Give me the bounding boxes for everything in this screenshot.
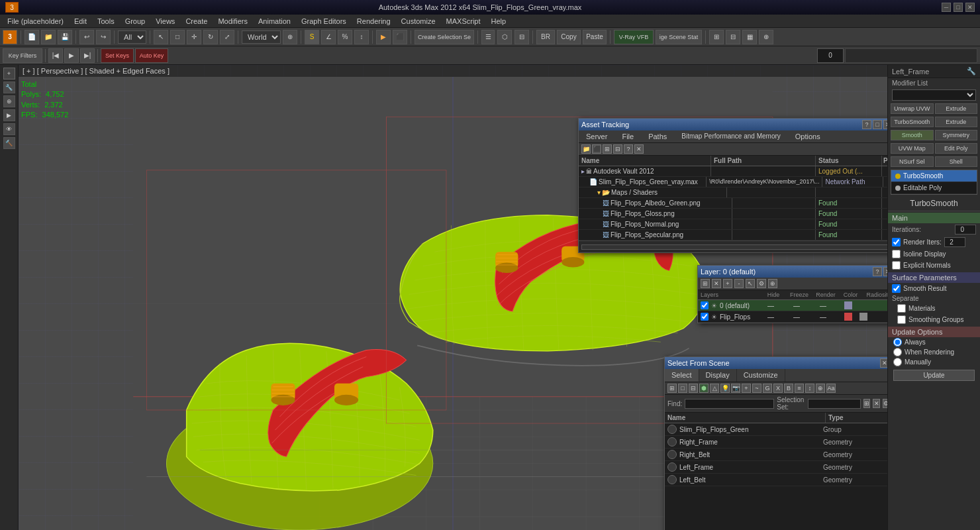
list-item[interactable]: Right_Belt Geometry — [665, 449, 887, 461]
sfs-group-btn[interactable]: G — [763, 384, 772, 393]
nsurfsel-btn[interactable]: NSurf Sel — [891, 156, 934, 167]
maximize-button[interactable]: □ — [954, 3, 963, 12]
layer-merge-btn[interactable]: ⊕ — [768, 279, 777, 288]
move-btn[interactable]: ✛ — [187, 30, 201, 44]
sfs-search-btn[interactable]: ⊞ — [863, 399, 870, 408]
sfs-camera-btn[interactable]: 📷 — [731, 384, 740, 393]
menu-graph-editors[interactable]: Graph Editors — [297, 17, 351, 26]
sfs-case-btn[interactable]: Aa — [826, 384, 836, 393]
sfs-light-btn[interactable]: 💡 — [720, 384, 730, 393]
layers-help[interactable]: ? — [873, 267, 882, 276]
isoline-checkbox[interactable] — [892, 250, 901, 258]
angle-snap-btn[interactable]: ∠ — [321, 30, 336, 44]
sfs-invert-btn[interactable]: ⊟ — [689, 384, 698, 393]
asset-tracking-maximize[interactable]: □ — [873, 120, 882, 129]
unwrap-uvw-btn[interactable]: Unwrap UVW — [891, 103, 934, 114]
toolbar-btn-r2[interactable]: ⊟ — [726, 30, 740, 44]
select-region-btn[interactable]: □ — [170, 30, 185, 44]
toolbar-btn-r3[interactable]: ▦ — [742, 30, 757, 44]
table-row[interactable]: 🖼 Flip_Flops_Albedo_Green.png Found — [579, 198, 887, 209]
sfs-filter-btn[interactable]: ⊕ — [816, 384, 825, 393]
play-btn[interactable]: ▶ — [64, 48, 79, 63]
tab-display[interactable]: Display — [699, 369, 737, 382]
table-row[interactable]: ▾ 📂 Maps / Shaders — [579, 187, 887, 198]
render-btn[interactable]: ▶ — [376, 30, 391, 44]
turbosmoothmod-btn[interactable]: TurboSmooth — [891, 117, 934, 127]
menu-views[interactable]: Views — [151, 17, 179, 26]
iterations-input[interactable] — [955, 225, 976, 235]
stack-item-editablepoly[interactable]: Editable Poly — [891, 182, 977, 194]
pivot-btn[interactable]: ⊕ — [283, 30, 297, 44]
list-item[interactable]: Slim_Flip_Flops_Green Group — [665, 423, 887, 436]
stack-item-turbosmoothmod[interactable]: TurboSmooth — [891, 170, 977, 182]
hierarchy-panel-icon[interactable]: ⊕ — [3, 95, 15, 107]
update-button[interactable]: Update — [893, 370, 975, 381]
sfs-geo-btn[interactable]: ⬢ — [699, 384, 709, 393]
layer-create-btn[interactable]: ⊞ — [701, 279, 710, 288]
asset-tracking-titlebar[interactable]: Asset Tracking ? □ ✕ — [579, 119, 887, 131]
list-item[interactable]: ☀ 0 (default) — — — — [698, 300, 887, 311]
at-btn-2[interactable]: ⬛ — [592, 144, 601, 154]
menu-create[interactable]: Create — [181, 17, 212, 26]
list-item[interactable]: ☀ Flip_Flops — — — — [698, 311, 887, 323]
set-keys-btn[interactable]: Set Keys — [101, 48, 134, 63]
layer-remove-obj-btn[interactable]: - — [734, 279, 744, 288]
open-btn[interactable]: 📁 — [41, 30, 56, 44]
layer-add-obj-btn[interactable]: + — [723, 279, 732, 288]
toolbar-btn-r4[interactable]: ⊕ — [759, 30, 773, 44]
list-item[interactable]: Right_Frame Geometry — [665, 436, 887, 449]
mirror-btn[interactable]: ⬡ — [497, 30, 512, 44]
timeline-btn[interactable] — [845, 48, 977, 63]
menu-tools[interactable]: Tools — [93, 17, 119, 26]
at-menu-server[interactable]: Server — [581, 132, 612, 141]
vray-vfb-btn[interactable]: V-Ray VFB — [614, 30, 654, 44]
snap-toggle-btn[interactable]: S — [305, 30, 319, 44]
spinner-snap-btn[interactable]: ↕ — [354, 30, 369, 44]
selection-set-input[interactable] — [808, 399, 861, 409]
sfs-sort-btn[interactable]: ↕ — [805, 384, 814, 393]
paste-btn[interactable]: Paste — [583, 30, 607, 44]
select-scene-close[interactable]: ✕ — [880, 358, 887, 368]
new-btn[interactable]: 📄 — [24, 30, 39, 44]
menu-group[interactable]: Group — [121, 17, 150, 26]
sfs-helper-btn[interactable]: + — [742, 384, 751, 393]
at-btn-4[interactable]: ⊟ — [613, 144, 622, 154]
copy-btn[interactable]: Copy — [557, 30, 581, 44]
tab-select[interactable]: Select — [665, 369, 699, 382]
motion-panel-icon[interactable]: ▶ — [3, 109, 15, 121]
layers-titlebar[interactable]: Layer: 0 (default) ? ✕ — [698, 266, 887, 278]
modify-panel-icon[interactable]: 🔧 — [3, 81, 15, 93]
align-btn[interactable]: ⊟ — [514, 30, 529, 44]
sfs-options-btn[interactable]: ⚙ — [883, 399, 887, 408]
asset-tracking-minimize[interactable]: ? — [862, 120, 871, 129]
manually-radio[interactable] — [893, 358, 902, 366]
select-scene-titlebar[interactable]: Select From Scene ✕ — [665, 357, 887, 369]
list-item[interactable]: Left_Belt Geometry — [665, 474, 887, 486]
smoothing-groups-checkbox[interactable] — [897, 315, 906, 324]
viewport-layout-btn[interactable]: ⊞ — [709, 30, 724, 44]
time-next-btn[interactable]: ▶| — [80, 48, 95, 63]
at-menu-bitmap[interactable]: Bitmap Performance and Memory — [677, 132, 785, 141]
menu-help[interactable]: Help — [487, 17, 511, 26]
sfs-list-view-btn[interactable]: ≡ — [795, 384, 804, 393]
when-rendering-radio[interactable] — [893, 348, 902, 356]
table-row[interactable]: ▸ 🏛 Autodesk Vault 2012 Logged Out (... — [579, 166, 887, 177]
sfs-all-btn[interactable]: ⊞ — [667, 384, 677, 393]
layer-visibility-checkbox[interactable] — [701, 313, 709, 321]
app-logo-btn[interactable]: 3 — [3, 30, 17, 44]
minimize-button[interactable]: ─ — [942, 3, 951, 12]
redo-btn[interactable]: ↪ — [96, 30, 111, 44]
create-panel-icon[interactable]: + — [3, 68, 15, 80]
rotate-btn[interactable]: ↻ — [203, 30, 218, 44]
scale-btn[interactable]: ⤢ — [220, 30, 234, 44]
table-row[interactable]: 🖼 Flip_Flops_Specular.png Found — [579, 230, 887, 240]
sfs-xref-btn[interactable]: X — [773, 384, 783, 393]
asset-tracking-scrollbar[interactable] — [579, 240, 887, 252]
time-input[interactable]: 0 — [817, 48, 844, 63]
at-menu-file[interactable]: File — [617, 132, 638, 141]
shell-btn[interactable]: Shell — [935, 156, 978, 167]
layer-color-swatch[interactable] — [844, 301, 852, 309]
at-btn-3[interactable]: ⊞ — [603, 144, 612, 154]
menu-file[interactable]: File (placeholder) — [3, 17, 68, 26]
extrude-btn[interactable]: Extrude — [935, 103, 978, 114]
